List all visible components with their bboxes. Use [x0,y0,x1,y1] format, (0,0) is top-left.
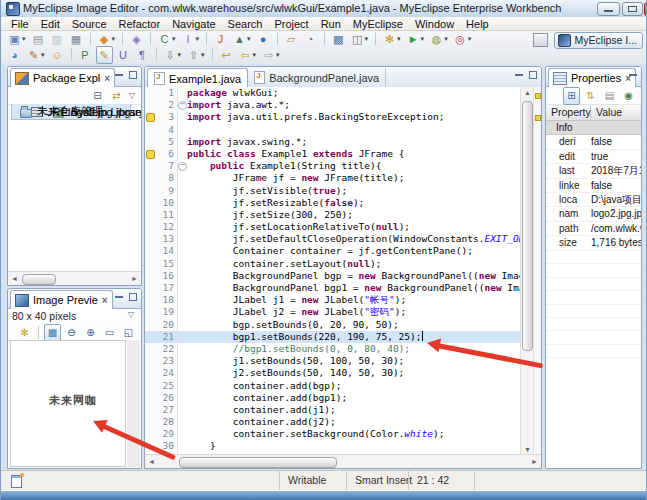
perspective-button[interactable]: MyEclipse I... [554,32,643,49]
web-browser-icon[interactable]: ● [255,30,272,48]
warning-icon[interactable] [146,150,155,159]
code-line[interactable]: 3import java.util.prefs.BackingStoreExce… [145,111,541,123]
menu-item-search[interactable]: Search [222,18,269,30]
dropdown-caret-icon[interactable]: ▾ [365,35,369,43]
minimize-panel-button[interactable] [113,292,125,303]
fold-collapse-icon[interactable]: − [178,162,187,171]
open-perspective-icon[interactable] [533,33,548,47]
fast-view-icon[interactable] [11,475,22,488]
minimize-panel-button[interactable] [113,70,125,81]
dropdown-caret-icon[interactable]: ▾ [444,35,448,43]
annotation-icon[interactable]: ☺ [49,46,66,64]
fit-to-window-icon[interactable]: ◱ [120,324,137,342]
forward-icon[interactable]: ⇨▾ [260,46,282,64]
property-row[interactable]: size1,716 bytes [546,236,641,250]
code-line[interactable]: 9 jf.setVisible(true); [145,185,541,197]
maximize-panel-button[interactable] [127,292,139,303]
open-type-icon[interactable]: ◈ [128,30,145,48]
new-wizard-icon[interactable]: ▣▾ [6,30,28,48]
scroll-left-icon[interactable]: ◄ [11,275,18,282]
restore-default-value-icon[interactable]: ▤ [601,87,618,105]
previous-annotation-icon[interactable]: ⇧▾ [185,46,207,64]
code-line[interactable]: 4 [145,124,541,136]
code-line[interactable]: 7− public Example1(String title){ [145,160,541,172]
last-edit-location-icon[interactable]: ↩ [218,46,235,64]
dropdown-caret-icon[interactable]: ▾ [172,35,176,43]
menu-item-run[interactable]: Run [315,18,347,30]
property-row[interactable]: last2018年7月13.. [546,164,641,178]
code-line[interactable]: 26 container.add(bgp1); [145,392,541,404]
code-line[interactable]: 14 Container container = jf.getContentPa… [145,245,541,257]
scroll-thumb[interactable] [522,101,533,351]
tab-backgroundpanel-java[interactable]: BackgroundPanel.java [248,68,386,87]
dropdown-caret-icon[interactable]: ▾ [112,35,116,43]
code-editor[interactable]: 1package wlwkGui;2−import java.awt.*;3im… [145,87,541,455]
actual-size-icon[interactable]: ▭ [101,324,118,342]
mark-occurrences-icon[interactable]: ✎ [96,46,113,64]
new-class-icon[interactable]: C▾ [156,30,178,48]
code-line[interactable]: 30 } [145,440,541,452]
code-line[interactable]: 24 j2.setBounds(50, 140, 50, 30); [145,367,541,379]
code-line[interactable]: 25 container.add(bgp); [145,380,541,392]
java-ee-deploy-icon[interactable]: J [212,30,229,48]
profile-icon[interactable]: ◎▾ [452,30,474,48]
property-row[interactable]: namlogo2.jpg.jpg [546,207,641,221]
dropdown-caret-icon[interactable]: ▾ [468,35,472,43]
column-property[interactable]: Property [546,105,591,120]
code-line[interactable]: 15 container.setLayout(null); [145,258,541,270]
image-editor-icon[interactable]: ▩ [330,30,347,48]
dropdown-caret-icon[interactable]: ▾ [22,35,26,43]
web-page-icon[interactable]: ◕ [6,46,23,64]
local-history-icon[interactable]: ◔ [302,30,319,48]
new-interface-icon[interactable]: I▾ [180,30,202,48]
scroll-thumb[interactable] [22,274,56,285]
collapse-all-icon[interactable]: ⊟ [89,87,106,105]
code-line[interactable]: 18 JLabel j1 = new JLabel("帐号"); [145,294,541,306]
menu-item-edit[interactable]: Edit [35,18,66,30]
minimize-panel-button[interactable] [513,70,525,81]
dropdown-caret-icon[interactable]: ▾ [397,35,401,43]
dropdown-caret-icon[interactable]: ▾ [178,51,182,59]
open-directory-icon[interactable]: ▱ [283,30,300,48]
dropdown-caret-icon[interactable]: ▾ [201,51,205,59]
show-image-icon[interactable]: ▩ [44,324,61,342]
next-annotation-icon[interactable]: ⇩▾ [162,46,184,64]
code-line[interactable]: 12 jf.setLocationRelativeTo(null); [145,221,541,233]
code-line[interactable]: 10 jf.setResizable(false); [145,197,541,209]
code-line[interactable]: 13 jf.setDefaultCloseOperation(WindowCon… [145,233,541,245]
run-coverage-icon[interactable]: ◍▾ [428,30,450,48]
code-line[interactable]: 11 jf.setSize(300, 250); [145,209,541,221]
warning-mark[interactable] [535,93,541,99]
scroll-down-icon[interactable]: ▼ [524,446,531,453]
menu-item-myeclipse[interactable]: MyEclipse [347,18,409,30]
tab-properties[interactable]: Properties [548,68,636,87]
scroll-thumb[interactable] [179,457,337,468]
property-row[interactable]: path/com.wlwk.wa.. [546,222,641,236]
close-tab-icon[interactable] [102,295,108,306]
tab-package-explorer[interactable]: Package Expl [10,68,115,87]
maximize-button[interactable] [622,2,643,16]
search-key-icon[interactable]: P [77,46,94,64]
print-icon[interactable]: ▦ [68,30,85,48]
tab-image-preview[interactable]: Image Previe [10,290,113,309]
code-line[interactable]: 8 JFrame jf = new JFrame(title); [145,172,541,184]
code-line[interactable]: 5import javax.swing.*; [145,136,541,148]
menu-item-source[interactable]: Source [66,18,113,30]
property-row[interactable]: locaD:\java项目\c.. [546,193,641,207]
dropdown-caret-icon[interactable]: ▾ [247,35,251,43]
code-line[interactable]: 17 BackgroundPanel bgp1 = new Background… [145,282,541,294]
dropdown-caret-icon[interactable]: ▾ [276,51,280,59]
menu-item-navigate[interactable]: Navigate [166,18,221,30]
zoom-out-icon[interactable]: ⊖ [63,324,80,342]
code-line[interactable]: 28 container.add(j2); [145,416,541,428]
code-line[interactable]: 20 bgp.setBounds(0, 20, 90, 50); [145,319,541,331]
warning-mark[interactable] [535,115,541,121]
link-with-editor-icon[interactable]: ⇄ [108,87,125,105]
scroll-right-icon[interactable]: ► [131,275,138,282]
run-icon[interactable]: ►▾ [405,30,427,48]
menu-item-refactor[interactable]: Refactor [113,18,167,30]
maximize-panel-button[interactable] [527,70,539,81]
tab-example1-java[interactable]: Example1.java [147,68,248,88]
editor-hscrollbar[interactable]: ◄ ► [145,454,541,468]
dropdown-caret-icon[interactable]: ▾ [421,35,425,43]
